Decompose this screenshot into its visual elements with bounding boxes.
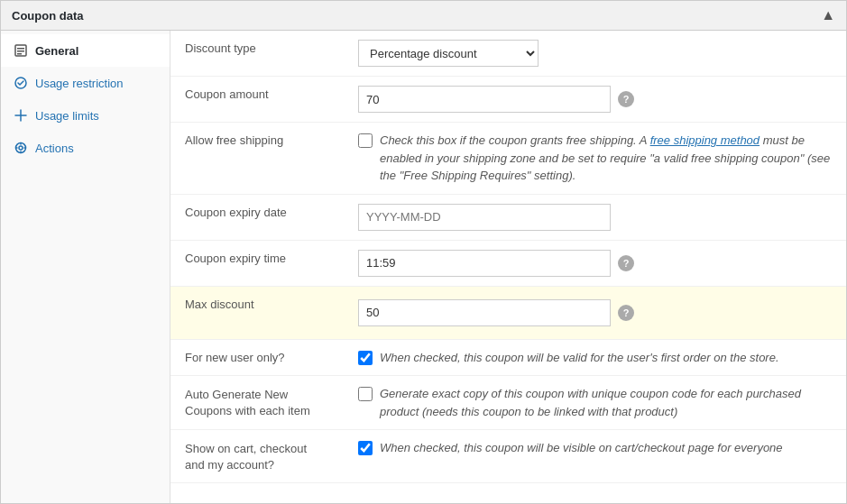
svg-rect-2 — [17, 50, 24, 52]
expiry-time-input[interactable] — [358, 250, 611, 277]
auto-generate-checkbox-row: Generate exact copy of this coupon with … — [358, 385, 832, 420]
usage-restriction-icon — [14, 76, 28, 90]
auto-generate-checkbox[interactable] — [358, 387, 373, 401]
show-on-cart-row: Show on cart, checkout and my account? W… — [170, 430, 846, 483]
coupon-amount-label: Coupon amount — [185, 87, 269, 101]
general-icon — [14, 43, 28, 58]
panel-collapse-button[interactable]: ▲ — [821, 8, 835, 23]
expiry-time-field-row: ? — [358, 250, 832, 277]
coupon-amount-help-icon[interactable]: ? — [618, 91, 634, 107]
new-user-only-row: For new user only? When checked, this co… — [170, 339, 846, 376]
free-shipping-row: Allow free shipping Check this box if th… — [170, 123, 846, 195]
discount-type-label: Discount type — [185, 41, 256, 55]
free-shipping-description: Check this box if the coupon grants free… — [380, 132, 832, 185]
sidebar-usage-restriction-label: Usage restriction — [35, 77, 124, 90]
show-on-cart-description: When checked, this coupon will be visibl… — [380, 439, 783, 457]
max-discount-row: Max discount ? — [170, 286, 846, 339]
max-discount-label: Max discount — [185, 298, 254, 311]
new-user-only-checkbox[interactable] — [358, 351, 373, 365]
show-on-cart-label: Show on cart, checkout and my account? — [185, 442, 307, 472]
new-user-only-label: For new user only? — [185, 351, 285, 364]
sidebar-usage-limits-label: Usage limits — [35, 109, 99, 123]
svg-rect-3 — [17, 53, 22, 55]
sidebar-actions-label: Actions — [35, 142, 74, 155]
free-shipping-checkbox-row: Check this box if the coupon grants free… — [358, 132, 832, 185]
coupon-amount-row: Coupon amount ? — [170, 77, 846, 123]
expiry-time-row: Coupon expiry time ? — [170, 240, 846, 286]
max-discount-field-row: ? — [358, 299, 832, 326]
form-table: Discount type Percentage discount Fixed … — [170, 31, 846, 483]
auto-generate-row: Auto Generate New Coupons with each item… — [170, 376, 846, 430]
expiry-time-help-icon[interactable]: ? — [618, 255, 634, 271]
auto-generate-label: Auto Generate New Coupons with each item — [185, 388, 310, 417]
sidebar-item-usage-limits[interactable]: Usage limits — [1, 99, 170, 132]
sidebar-item-general[interactable]: General — [1, 34, 170, 67]
sidebar-general-label: General — [35, 44, 78, 58]
panel-header: Coupon data ▲ — [1, 1, 846, 31]
main-content: Discount type Percentage discount Fixed … — [170, 31, 846, 503]
coupon-panel: Coupon data ▲ General — [0, 0, 847, 504]
panel-title: Coupon data — [12, 9, 83, 23]
new-user-only-description: When checked, this coupon will be valid … — [380, 349, 779, 367]
max-discount-input[interactable] — [358, 299, 611, 326]
show-on-cart-checkbox-row: When checked, this coupon will be visibl… — [358, 439, 832, 457]
sidebar-item-usage-restriction[interactable]: Usage restriction — [1, 67, 170, 99]
expiry-date-input[interactable] — [358, 204, 611, 231]
sidebar-item-actions[interactable]: Actions — [1, 132, 170, 164]
discount-type-select[interactable]: Percentage discount Fixed cart discount … — [358, 40, 539, 67]
free-shipping-label: Allow free shipping — [185, 133, 283, 147]
sidebar: General Usage restriction — [1, 31, 170, 503]
expiry-time-label: Coupon expiry time — [185, 252, 286, 265]
coupon-amount-input[interactable] — [358, 86, 611, 113]
auto-generate-description: Generate exact copy of this coupon with … — [380, 385, 832, 420]
actions-icon — [14, 141, 28, 155]
usage-limits-icon — [14, 108, 28, 123]
coupon-amount-field-row: ? — [358, 86, 832, 113]
svg-rect-1 — [17, 48, 24, 50]
panel-body: General Usage restriction — [1, 31, 846, 503]
expiry-date-row: Coupon expiry date — [170, 194, 846, 240]
free-shipping-checkbox[interactable] — [358, 133, 373, 148]
free-shipping-method-link[interactable]: free shipping method — [650, 133, 760, 147]
discount-type-row: Discount type Percentage discount Fixed … — [170, 31, 846, 77]
svg-point-8 — [19, 146, 23, 150]
show-on-cart-checkbox[interactable] — [358, 441, 373, 455]
new-user-only-checkbox-row: When checked, this coupon will be valid … — [358, 349, 832, 367]
max-discount-help-icon[interactable]: ? — [618, 305, 634, 321]
expiry-date-label: Coupon expiry date — [185, 206, 287, 219]
